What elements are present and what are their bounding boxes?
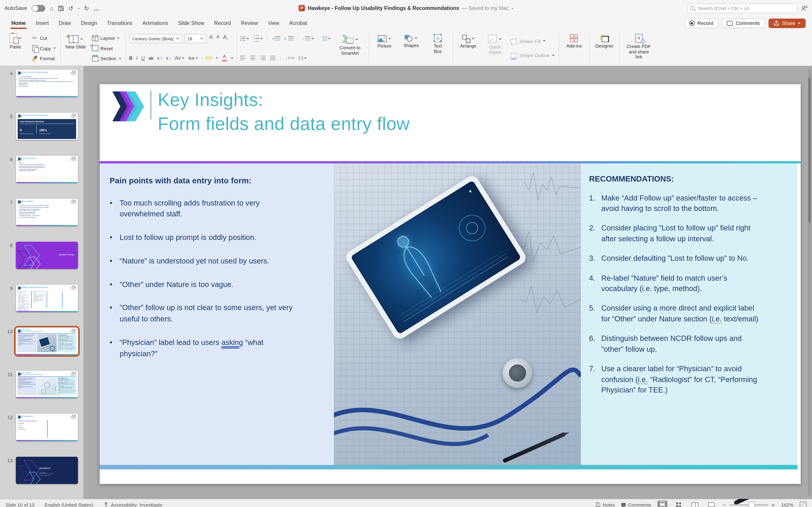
- align-text-button[interactable]: [↑]: [299, 56, 307, 60]
- paste-button[interactable]: Paste: [4, 32, 27, 65]
- thumbnail-slide-7[interactable]: 7Key InsightsBostonScientific1. All foll…: [4, 199, 83, 226]
- tab-record[interactable]: Record: [209, 16, 236, 30]
- highlight-button[interactable]: ✎: [206, 57, 212, 59]
- clear-formatting-button[interactable]: A◊: [223, 34, 229, 41]
- subscript-button[interactable]: x2: [166, 55, 171, 61]
- align-left-button[interactable]: [240, 55, 246, 60]
- strikethrough-button[interactable]: ab: [148, 55, 153, 60]
- slide-10[interactable]: Key Insights: Form fields and data entry…: [100, 84, 801, 484]
- slide-counter[interactable]: Slide 10 of 13: [5, 502, 35, 507]
- slide-title[interactable]: Key Insights: Form fields and data entry…: [158, 88, 410, 136]
- accessibility-status[interactable]: Accessibility: Investigate: [103, 502, 162, 507]
- bold-button[interactable]: B: [129, 55, 133, 61]
- numbering-icon[interactable]: 123: [254, 35, 259, 43]
- search-field[interactable]: [687, 3, 798, 13]
- columns-button[interactable]: [323, 36, 331, 41]
- designer-button[interactable]: Designer: [593, 32, 616, 65]
- cut-button[interactable]: ✂Cut: [31, 34, 56, 42]
- thumbnail-slide-6[interactable]: 6Learning GoalsBostonScientificGoals• Un…: [4, 156, 83, 183]
- reset-button[interactable]: Reset: [92, 44, 121, 52]
- justify-button[interactable]: [270, 55, 275, 60]
- thumbnail-card[interactable]: Detailed Findings: [16, 242, 78, 269]
- reading-view-button[interactable]: [690, 501, 700, 507]
- zoom-slider-knob[interactable]: [749, 501, 755, 507]
- tab-review[interactable]: Review: [236, 16, 263, 30]
- thumbnail-card[interactable]: ParticipantsBostonScientificHAWKEYE Prog…: [16, 414, 78, 441]
- comments-button[interactable]: Comments: [722, 18, 765, 28]
- presence-icon[interactable]: [801, 5, 807, 11]
- shapes-button[interactable]: Shapes: [399, 32, 423, 65]
- title-dropdown-chevron-icon[interactable]: [512, 8, 513, 10]
- search-input[interactable]: [697, 5, 794, 11]
- share-button[interactable]: Share: [768, 18, 806, 28]
- tab-acrobat[interactable]: Acrobat: [284, 16, 312, 30]
- thumbnail-slide-13[interactable]: 13Questions?Oscar YepesDigital Health Pr…: [4, 457, 83, 484]
- notes-button[interactable]: Notes: [595, 502, 615, 507]
- font-color-chevron-icon[interactable]: [231, 57, 233, 60]
- home-icon[interactable]: ⌂: [50, 5, 53, 11]
- thumbnail-slide-4[interactable]: 4User Research MethodologyBostonScientif…: [4, 70, 83, 97]
- thumbnail-slide-11[interactable]: 11Key Insights:Form fields and data entr…: [4, 371, 83, 398]
- increase-indent-button[interactable]: [285, 36, 294, 41]
- recommendations-panel[interactable]: RECOMMENDATIONS: 1.Make “Add Follow up” …: [581, 163, 798, 465]
- zoom-out-button[interactable]: −: [723, 501, 726, 507]
- thumbnail-card[interactable]: Key Insights:Form fields and data entry …: [16, 328, 78, 355]
- character-spacing-button[interactable]: AV: [175, 55, 185, 61]
- thumbnail-slide-5[interactable]: 5User Research MethodologyBostonScientif…: [4, 113, 83, 140]
- language-indicator[interactable]: English (United States): [44, 502, 93, 507]
- slide-sorter-button[interactable]: [674, 501, 684, 507]
- line-spacing-button[interactable]: ↕: [302, 36, 314, 41]
- tab-insert[interactable]: Insert: [31, 16, 54, 30]
- decrease-font-button[interactable]: Aˇ: [216, 34, 220, 39]
- shape-fill-button[interactable]: Shape Fill: [511, 37, 555, 45]
- tab-view[interactable]: View: [263, 16, 284, 30]
- decrease-indent-button[interactable]: [271, 36, 281, 41]
- change-case-button[interactable]: Aa: [188, 55, 198, 61]
- zoom-in-button[interactable]: +: [771, 501, 775, 507]
- slide-thumbnail-panel[interactable]: 4User Research MethodologyBostonScientif…: [0, 66, 84, 499]
- underline-button[interactable]: U: [141, 55, 145, 61]
- thumbnail-card[interactable]: User Research MethodologyBostonScientifi…: [16, 70, 78, 97]
- zoom-percentage[interactable]: 162%: [781, 502, 794, 507]
- zoom-slider[interactable]: [729, 504, 768, 505]
- record-button[interactable]: Record: [684, 18, 718, 28]
- thumbnail-card[interactable]: Questions?Oscar YepesDigital Health Prod…: [16, 457, 78, 484]
- tab-design[interactable]: Design: [76, 16, 102, 30]
- redo-icon[interactable]: ↻: [84, 5, 89, 11]
- tab-animations[interactable]: Animations: [137, 16, 173, 30]
- thumbnail-card[interactable]: Biggest Issues/OpportunitiesBostonScient…: [16, 285, 78, 312]
- superscript-button[interactable]: x2: [157, 55, 162, 61]
- pain-points-panel[interactable]: Pain points with data entry into form: •…: [100, 163, 334, 465]
- font-color-button[interactable]: A: [222, 55, 227, 62]
- slideshow-button[interactable]: [706, 501, 716, 507]
- save-icon[interactable]: [58, 5, 64, 11]
- shape-outline-button[interactable]: Shape Outline: [511, 51, 555, 60]
- thumbnail-card[interactable]: Key Insights:Form fields and data entry …: [16, 371, 78, 398]
- thumbnail-card[interactable]: User Research MethodologyBostonScientifi…: [16, 113, 78, 140]
- tab-slide-show[interactable]: Slide Show: [173, 16, 209, 30]
- slide-title-block[interactable]: Key Insights: Form fields and data entry…: [100, 84, 801, 161]
- tab-transitions[interactable]: Transitions: [102, 16, 138, 30]
- text-box-button[interactable]: A Text Box: [426, 32, 450, 65]
- italic-button[interactable]: I: [136, 55, 138, 61]
- fit-to-window-icon[interactable]: ⤢: [800, 501, 807, 507]
- more-commands-icon[interactable]: …: [94, 5, 99, 11]
- medical-tablet-image[interactable]: ♥: [334, 163, 581, 465]
- autosave-toggle[interactable]: [32, 5, 45, 11]
- vertical-scrollbar[interactable]: [808, 69, 811, 496]
- thumbnail-slide-12[interactable]: 12ParticipantsBostonScientificHAWKEYE Pr…: [4, 414, 83, 441]
- align-center-button[interactable]: [250, 55, 256, 60]
- add-ins-button[interactable]: Add-ins: [562, 32, 586, 65]
- undo-dropdown-chevron-icon[interactable]: [78, 8, 80, 10]
- thumbnail-slide-9[interactable]: 9Biggest Issues/OpportunitiesBostonScien…: [4, 285, 83, 312]
- statusbar-comments-button[interactable]: Comments: [621, 502, 651, 507]
- quick-styles-button[interactable]: Quick Styles: [483, 32, 507, 65]
- normal-view-button[interactable]: [657, 501, 667, 507]
- text-direction-button[interactable]: ↓A: [285, 56, 294, 60]
- format-painter-button[interactable]: Format: [31, 54, 56, 62]
- convert-to-smartart-button[interactable]: Convert to SmartArt: [334, 32, 366, 65]
- arrange-button[interactable]: Arrange: [457, 32, 480, 65]
- thumbnail-card[interactable]: Key InsightsBostonScientific1. All follo…: [16, 199, 78, 226]
- thumbnail-slide-10[interactable]: 10Key Insights:Form fields and data entr…: [4, 328, 83, 355]
- picture-button[interactable]: Picture: [373, 32, 396, 65]
